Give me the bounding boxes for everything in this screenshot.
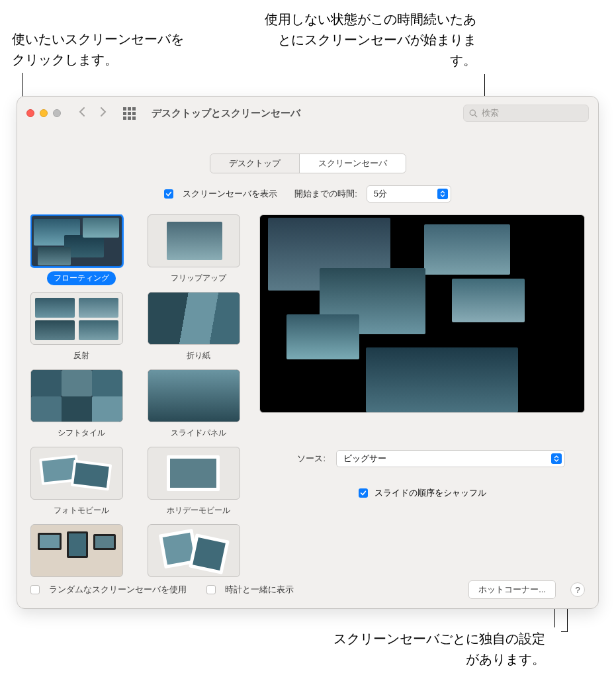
ss-label: ホリデーモビール [160, 504, 237, 518]
source-value: ビッグサー [343, 453, 386, 465]
source-label: ソース: [279, 453, 326, 465]
ss-thumb [30, 214, 123, 267]
traffic-lights[interactable] [26, 109, 61, 117]
search-icon [469, 109, 478, 118]
screensaver-list[interactable]: フローティング フリップアップ 反射 [30, 214, 249, 577]
toolbar: デスクトップとスクリーンセーバ 検索 [17, 97, 598, 130]
ss-item-flipup[interactable]: フリップアップ [148, 214, 249, 285]
ss-thumb [30, 369, 123, 422]
start-after-value: 5分 [374, 188, 387, 200]
zoom-icon[interactable] [53, 109, 61, 117]
ss-thumb [30, 447, 123, 500]
bottom-bar: ランダムなスクリーンセーバを使用 時計と一緒に表示 ホットコーナー... ? [30, 580, 585, 599]
segmented-control[interactable]: デスクトップ スクリーンセーバ [210, 154, 406, 173]
window-title: デスクトップとスクリーンセーバ [152, 107, 300, 120]
ss-item-reflection[interactable]: 反射 [30, 292, 132, 363]
ss-label: シフトタイル [51, 426, 112, 440]
shuffle-checkbox[interactable] [359, 488, 368, 498]
tab-screensaver[interactable]: スクリーンセーバ [299, 154, 406, 173]
ss-thumb [30, 524, 123, 577]
tab-desktop[interactable]: デスクトップ [210, 154, 299, 173]
callout-top-right: 使用しない状態がこの時間続いたあとにスクリーンセーバが始まります。 [265, 9, 476, 71]
svg-point-0 [470, 110, 475, 115]
callout-left: 使いたいスクリーンセーバをクリックします。 [12, 29, 191, 70]
body: フローティング フリップアップ 反射 [30, 214, 585, 577]
ss-thumb [148, 214, 240, 267]
callout-bottom: スクリーンセーバごとに独自の設定があります。 [333, 629, 545, 670]
search-placeholder: 検索 [482, 107, 499, 119]
ss-item-slide-panel[interactable]: スライドパネル [148, 369, 249, 440]
ss-item-vintage[interactable]: ビンテージ [148, 524, 249, 577]
ss-label: スライドパネル [164, 426, 233, 440]
popup-arrows-icon [551, 453, 562, 464]
random-checkbox[interactable] [30, 585, 40, 594]
shuffle-row: スライドの順序をシャッフル [279, 487, 565, 499]
shuffle-label: スライドの順序をシャッフル [374, 487, 486, 499]
start-after-label: 開始までの時間: [294, 188, 357, 200]
ss-label: 折り紙 [180, 349, 217, 363]
ss-label: フリップアップ [164, 271, 233, 285]
ss-item-floating[interactable]: フローティング [30, 214, 132, 285]
source-row: ソース: ビッグサー [279, 450, 565, 467]
clock-checkbox[interactable] [206, 585, 216, 594]
ss-thumb [30, 292, 123, 345]
options: ソース: ビッグサー スライドの順序をシャッフル [259, 450, 585, 499]
show-screensaver-checkbox[interactable] [164, 189, 173, 199]
ss-item-photo-mobile[interactable]: フォトモビール [30, 447, 132, 518]
help-button[interactable]: ? [570, 582, 585, 597]
ss-label: フォトモビール [47, 504, 116, 518]
forward-button[interactable] [96, 107, 111, 120]
back-button[interactable] [74, 107, 89, 120]
ss-thumb [148, 369, 240, 422]
preview-area[interactable] [259, 214, 585, 413]
ss-item-holiday-mobile[interactable]: ホリデーモビール [148, 447, 249, 518]
ss-label: フローティング [47, 271, 116, 285]
random-label: ランダムなスクリーンセーバを使用 [49, 584, 187, 596]
ss-thumb [148, 524, 240, 577]
svg-line-1 [475, 114, 478, 117]
ss-item-origami[interactable]: 折り紙 [148, 292, 249, 363]
show-all-icon[interactable] [123, 107, 136, 120]
ss-label: 反射 [67, 349, 96, 363]
prefs-window: デスクトップとスクリーンセーバ 検索 デスクトップ スクリーンセーバ スクリーン… [17, 96, 599, 609]
hot-corners-button[interactable]: ホットコーナー... [468, 580, 556, 599]
source-popup[interactable]: ビッグサー [336, 450, 565, 467]
ss-item-photo-wall[interactable]: フォトウォール [30, 524, 132, 577]
ss-item-shift-tile[interactable]: シフトタイル [30, 369, 132, 440]
ss-thumb [148, 447, 240, 500]
top-controls: スクリーンセーバを表示 開始までの時間: 5分 [17, 185, 598, 203]
close-icon[interactable] [26, 109, 34, 117]
clock-label: 時計と一緒に表示 [225, 584, 294, 596]
ss-thumb [148, 292, 240, 345]
tab-bar: デスクトップ スクリーンセーバ [17, 154, 598, 173]
minimize-icon[interactable] [40, 109, 48, 117]
popup-arrows-icon [437, 189, 448, 199]
start-after-popup[interactable]: 5分 [367, 185, 451, 203]
preview-pane: ソース: ビッグサー スライドの順序をシャッフル [259, 214, 585, 577]
search-input[interactable]: 検索 [463, 105, 589, 122]
show-screensaver-label: スクリーンセーバを表示 [183, 188, 277, 200]
